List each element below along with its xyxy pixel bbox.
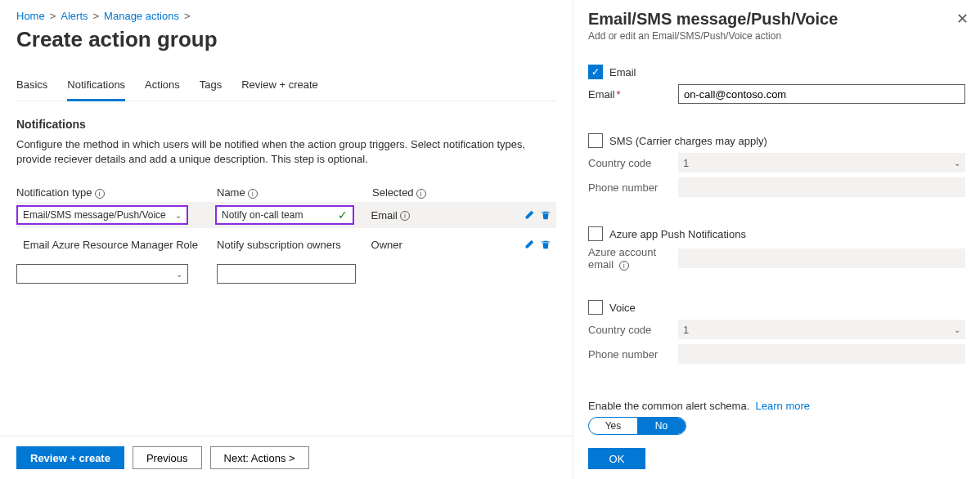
breadcrumb-alerts[interactable]: Alerts (61, 10, 88, 22)
review-create-button[interactable]: Review + create (16, 446, 124, 469)
schema-toggle[interactable]: Yes No (588, 417, 686, 435)
push-checkbox-label: Azure app Push Notifications (609, 228, 746, 240)
email-checkbox-label: Email (609, 66, 636, 78)
country-code-label: Country code (588, 157, 678, 169)
voice-phone-label: Phone number (588, 348, 678, 360)
section-heading: Notifications (16, 118, 556, 131)
delete-icon[interactable] (540, 209, 551, 221)
selected-value: Emaili (370, 209, 524, 222)
notification-row: Email/SMS message/Push/Voice ⌄ Notify on… (16, 202, 556, 228)
sms-phone-input[interactable] (678, 177, 965, 197)
sms-country-code-select[interactable]: 1⌄ (678, 153, 965, 172)
phone-label: Phone number (588, 181, 678, 194)
next-button[interactable]: Next: Actions > (210, 446, 309, 469)
page-title: Create action group (16, 27, 556, 52)
check-icon: ✓ (338, 208, 348, 222)
panel-subtitle: Add or edit an Email/SMS/Push/Voice acti… (588, 30, 965, 42)
selected-value: Owner (370, 239, 524, 251)
email-label: Email* (588, 88, 678, 101)
edit-icon[interactable] (524, 239, 535, 250)
voice-phone-input[interactable] (678, 344, 965, 364)
delete-icon[interactable] (540, 239, 551, 250)
breadcrumb-home[interactable]: Home (16, 10, 45, 22)
email-checkbox[interactable]: ✓ (588, 65, 603, 79)
tab-actions[interactable]: Actions (145, 72, 180, 101)
previous-button[interactable]: Previous (133, 446, 202, 469)
voice-country-code-label: Country code (588, 324, 678, 336)
voice-checkbox-label: Voice (609, 302, 636, 314)
breadcrumb: Home> Alerts> Manage actions> (16, 10, 556, 22)
email-input[interactable] (678, 84, 965, 104)
edit-icon[interactable] (524, 209, 535, 221)
toggle-no[interactable]: No (637, 418, 686, 434)
ok-button[interactable]: OK (588, 448, 645, 469)
sms-checkbox-label: SMS (Carrier charges may apply) (609, 135, 767, 147)
notification-name-text: Notify subscription owners (215, 239, 369, 251)
chevron-down-icon: ⌄ (954, 325, 960, 334)
voice-country-code-select[interactable]: 1⌄ (678, 320, 965, 339)
sms-checkbox[interactable] (588, 133, 603, 148)
tab-notifications[interactable]: Notifications (67, 72, 125, 101)
info-icon[interactable]: i (416, 189, 426, 199)
table-header: Notification typei Namei Selectedi (16, 186, 556, 199)
azure-email-label: Azure account email i (588, 246, 678, 271)
help-text: Configure the method in which users will… (16, 137, 540, 167)
schema-text: Enable the common alert schema. Learn mo… (588, 400, 965, 412)
tabs: Basics Notifications Actions Tags Review… (16, 72, 556, 101)
notification-name-input[interactable]: Notify on-call team ✓ (215, 205, 354, 225)
notification-type-dropdown[interactable]: Email/SMS message/Push/Voice ⌄ (16, 205, 188, 225)
panel-title: Email/SMS message/Push/Voice (588, 10, 965, 29)
info-icon[interactable]: i (95, 189, 105, 199)
bottom-bar: Review + create Previous Next: Actions > (0, 436, 573, 479)
close-icon[interactable]: ✕ (956, 10, 969, 28)
azure-email-input[interactable] (678, 248, 965, 268)
chevron-down-icon: ⌄ (954, 159, 960, 168)
notification-type-dropdown[interactable]: ⌄ (16, 264, 188, 284)
notification-name-input[interactable] (217, 264, 356, 284)
push-checkbox[interactable] (588, 226, 603, 241)
breadcrumb-manage-actions[interactable]: Manage actions (104, 10, 179, 22)
toggle-yes[interactable]: Yes (589, 418, 637, 434)
tab-review-create[interactable]: Review + create (241, 72, 318, 101)
voice-checkbox[interactable] (588, 300, 603, 315)
info-icon[interactable]: i (248, 189, 258, 199)
side-panel: ✕ Email/SMS message/Push/Voice Add or ed… (573, 0, 980, 479)
tab-basics[interactable]: Basics (16, 72, 47, 101)
info-icon[interactable]: i (400, 211, 410, 221)
notification-type-text: Email Azure Resource Manager Role (16, 239, 215, 251)
notification-row-empty: ⌄ (16, 261, 556, 287)
chevron-down-icon: ⌄ (176, 270, 182, 279)
learn-more-link[interactable]: Learn more (756, 400, 810, 412)
notification-row: Email Azure Resource Manager Role Notify… (16, 231, 556, 257)
info-icon[interactable]: i (619, 261, 629, 271)
chevron-down-icon: ⌄ (175, 211, 182, 220)
tab-tags[interactable]: Tags (200, 72, 222, 101)
